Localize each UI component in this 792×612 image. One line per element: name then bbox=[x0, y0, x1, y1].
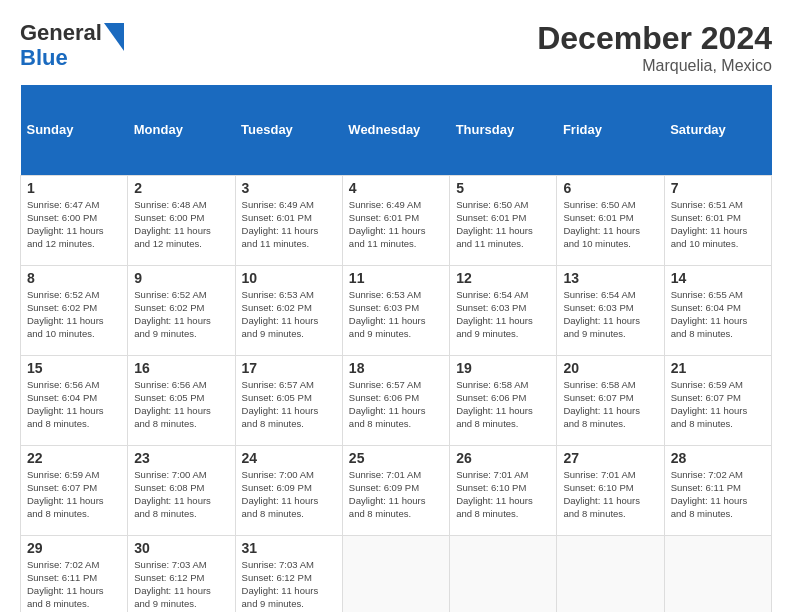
day-info: Sunrise: 6:54 AMSunset: 6:03 PMDaylight:… bbox=[563, 288, 657, 341]
calendar-week-1: 1Sunrise: 6:47 AMSunset: 6:00 PMDaylight… bbox=[21, 175, 772, 265]
day-number: 15 bbox=[27, 360, 121, 376]
day-number: 12 bbox=[456, 270, 550, 286]
day-info: Sunrise: 6:53 AMSunset: 6:03 PMDaylight:… bbox=[349, 288, 443, 341]
day-number: 10 bbox=[242, 270, 336, 286]
calendar-table: SundayMondayTuesdayWednesdayThursdayFrid… bbox=[20, 85, 772, 612]
weekday-header-saturday: Saturday bbox=[664, 85, 771, 175]
calendar-cell: 22Sunrise: 6:59 AMSunset: 6:07 PMDayligh… bbox=[21, 445, 128, 535]
calendar-cell bbox=[342, 535, 449, 612]
calendar-cell: 28Sunrise: 7:02 AMSunset: 6:11 PMDayligh… bbox=[664, 445, 771, 535]
day-number: 6 bbox=[563, 180, 657, 196]
day-number: 31 bbox=[242, 540, 336, 556]
day-info: Sunrise: 7:00 AMSunset: 6:08 PMDaylight:… bbox=[134, 468, 228, 521]
day-number: 22 bbox=[27, 450, 121, 466]
logo-arrow-icon bbox=[104, 23, 124, 51]
day-number: 24 bbox=[242, 450, 336, 466]
day-info: Sunrise: 6:50 AMSunset: 6:01 PMDaylight:… bbox=[563, 198, 657, 251]
calendar-cell: 8Sunrise: 6:52 AMSunset: 6:02 PMDaylight… bbox=[21, 265, 128, 355]
calendar-cell: 12Sunrise: 6:54 AMSunset: 6:03 PMDayligh… bbox=[450, 265, 557, 355]
day-info: Sunrise: 6:52 AMSunset: 6:02 PMDaylight:… bbox=[134, 288, 228, 341]
weekday-header-tuesday: Tuesday bbox=[235, 85, 342, 175]
calendar-cell: 5Sunrise: 6:50 AMSunset: 6:01 PMDaylight… bbox=[450, 175, 557, 265]
day-info: Sunrise: 6:59 AMSunset: 6:07 PMDaylight:… bbox=[27, 468, 121, 521]
logo-blue: Blue bbox=[20, 45, 102, 70]
calendar-cell: 7Sunrise: 6:51 AMSunset: 6:01 PMDaylight… bbox=[664, 175, 771, 265]
calendar-cell: 30Sunrise: 7:03 AMSunset: 6:12 PMDayligh… bbox=[128, 535, 235, 612]
day-info: Sunrise: 6:56 AMSunset: 6:04 PMDaylight:… bbox=[27, 378, 121, 431]
page-subtitle: Marquelia, Mexico bbox=[537, 57, 772, 75]
day-number: 2 bbox=[134, 180, 228, 196]
day-number: 3 bbox=[242, 180, 336, 196]
calendar-cell: 16Sunrise: 6:56 AMSunset: 6:05 PMDayligh… bbox=[128, 355, 235, 445]
day-number: 27 bbox=[563, 450, 657, 466]
logo: General Blue bbox=[20, 20, 110, 71]
day-number: 29 bbox=[27, 540, 121, 556]
day-number: 23 bbox=[134, 450, 228, 466]
day-number: 30 bbox=[134, 540, 228, 556]
page-title: December 2024 bbox=[537, 20, 772, 57]
day-info: Sunrise: 7:03 AMSunset: 6:12 PMDaylight:… bbox=[134, 558, 228, 611]
calendar-week-2: 8Sunrise: 6:52 AMSunset: 6:02 PMDaylight… bbox=[21, 265, 772, 355]
calendar-cell: 26Sunrise: 7:01 AMSunset: 6:10 PMDayligh… bbox=[450, 445, 557, 535]
day-info: Sunrise: 7:01 AMSunset: 6:09 PMDaylight:… bbox=[349, 468, 443, 521]
day-number: 26 bbox=[456, 450, 550, 466]
calendar-cell: 23Sunrise: 7:00 AMSunset: 6:08 PMDayligh… bbox=[128, 445, 235, 535]
title-section: December 2024 Marquelia, Mexico bbox=[537, 20, 772, 75]
day-number: 28 bbox=[671, 450, 765, 466]
calendar-cell bbox=[450, 535, 557, 612]
weekday-header-wednesday: Wednesday bbox=[342, 85, 449, 175]
day-number: 8 bbox=[27, 270, 121, 286]
weekday-header-row: SundayMondayTuesdayWednesdayThursdayFrid… bbox=[21, 85, 772, 175]
day-info: Sunrise: 6:51 AMSunset: 6:01 PMDaylight:… bbox=[671, 198, 765, 251]
day-info: Sunrise: 6:50 AMSunset: 6:01 PMDaylight:… bbox=[456, 198, 550, 251]
day-info: Sunrise: 6:55 AMSunset: 6:04 PMDaylight:… bbox=[671, 288, 765, 341]
day-info: Sunrise: 7:03 AMSunset: 6:12 PMDaylight:… bbox=[242, 558, 336, 611]
day-info: Sunrise: 7:02 AMSunset: 6:11 PMDaylight:… bbox=[671, 468, 765, 521]
calendar-cell: 25Sunrise: 7:01 AMSunset: 6:09 PMDayligh… bbox=[342, 445, 449, 535]
calendar-cell: 4Sunrise: 6:49 AMSunset: 6:01 PMDaylight… bbox=[342, 175, 449, 265]
day-info: Sunrise: 6:47 AMSunset: 6:00 PMDaylight:… bbox=[27, 198, 121, 251]
calendar-cell: 18Sunrise: 6:57 AMSunset: 6:06 PMDayligh… bbox=[342, 355, 449, 445]
weekday-header-monday: Monday bbox=[128, 85, 235, 175]
day-number: 19 bbox=[456, 360, 550, 376]
calendar-cell: 19Sunrise: 6:58 AMSunset: 6:06 PMDayligh… bbox=[450, 355, 557, 445]
calendar-cell: 15Sunrise: 6:56 AMSunset: 6:04 PMDayligh… bbox=[21, 355, 128, 445]
calendar-cell: 3Sunrise: 6:49 AMSunset: 6:01 PMDaylight… bbox=[235, 175, 342, 265]
day-info: Sunrise: 7:00 AMSunset: 6:09 PMDaylight:… bbox=[242, 468, 336, 521]
day-info: Sunrise: 6:58 AMSunset: 6:06 PMDaylight:… bbox=[456, 378, 550, 431]
calendar-cell: 24Sunrise: 7:00 AMSunset: 6:09 PMDayligh… bbox=[235, 445, 342, 535]
calendar-cell: 17Sunrise: 6:57 AMSunset: 6:05 PMDayligh… bbox=[235, 355, 342, 445]
day-info: Sunrise: 6:57 AMSunset: 6:05 PMDaylight:… bbox=[242, 378, 336, 431]
calendar-cell: 21Sunrise: 6:59 AMSunset: 6:07 PMDayligh… bbox=[664, 355, 771, 445]
day-number: 7 bbox=[671, 180, 765, 196]
calendar-cell: 31Sunrise: 7:03 AMSunset: 6:12 PMDayligh… bbox=[235, 535, 342, 612]
calendar-cell: 27Sunrise: 7:01 AMSunset: 6:10 PMDayligh… bbox=[557, 445, 664, 535]
day-number: 4 bbox=[349, 180, 443, 196]
calendar-cell: 11Sunrise: 6:53 AMSunset: 6:03 PMDayligh… bbox=[342, 265, 449, 355]
logo-general: General bbox=[20, 20, 102, 45]
day-info: Sunrise: 6:56 AMSunset: 6:05 PMDaylight:… bbox=[134, 378, 228, 431]
calendar-cell: 13Sunrise: 6:54 AMSunset: 6:03 PMDayligh… bbox=[557, 265, 664, 355]
day-number: 20 bbox=[563, 360, 657, 376]
day-number: 5 bbox=[456, 180, 550, 196]
weekday-header-friday: Friday bbox=[557, 85, 664, 175]
calendar-cell: 29Sunrise: 7:02 AMSunset: 6:11 PMDayligh… bbox=[21, 535, 128, 612]
page-header: General Blue December 2024 Marquelia, Me… bbox=[20, 20, 772, 75]
calendar-week-3: 15Sunrise: 6:56 AMSunset: 6:04 PMDayligh… bbox=[21, 355, 772, 445]
calendar-cell: 10Sunrise: 6:53 AMSunset: 6:02 PMDayligh… bbox=[235, 265, 342, 355]
day-number: 17 bbox=[242, 360, 336, 376]
calendar-cell: 2Sunrise: 6:48 AMSunset: 6:00 PMDaylight… bbox=[128, 175, 235, 265]
calendar-week-4: 22Sunrise: 6:59 AMSunset: 6:07 PMDayligh… bbox=[21, 445, 772, 535]
day-number: 13 bbox=[563, 270, 657, 286]
calendar-cell: 14Sunrise: 6:55 AMSunset: 6:04 PMDayligh… bbox=[664, 265, 771, 355]
day-info: Sunrise: 6:57 AMSunset: 6:06 PMDaylight:… bbox=[349, 378, 443, 431]
day-info: Sunrise: 7:01 AMSunset: 6:10 PMDaylight:… bbox=[563, 468, 657, 521]
day-info: Sunrise: 7:02 AMSunset: 6:11 PMDaylight:… bbox=[27, 558, 121, 611]
calendar-cell: 9Sunrise: 6:52 AMSunset: 6:02 PMDaylight… bbox=[128, 265, 235, 355]
weekday-header-thursday: Thursday bbox=[450, 85, 557, 175]
day-number: 16 bbox=[134, 360, 228, 376]
day-info: Sunrise: 6:49 AMSunset: 6:01 PMDaylight:… bbox=[242, 198, 336, 251]
day-info: Sunrise: 6:52 AMSunset: 6:02 PMDaylight:… bbox=[27, 288, 121, 341]
day-number: 9 bbox=[134, 270, 228, 286]
calendar-cell: 6Sunrise: 6:50 AMSunset: 6:01 PMDaylight… bbox=[557, 175, 664, 265]
